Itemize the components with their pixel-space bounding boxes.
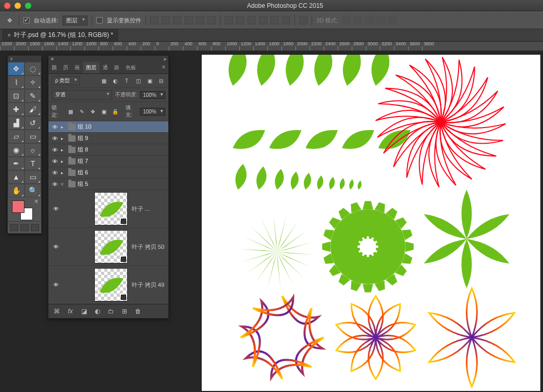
layer-fx-icon[interactable]: fx <box>66 308 75 315</box>
dist-3-icon[interactable] <box>248 16 256 24</box>
lock-paint-icon[interactable]: ✎ <box>78 107 86 116</box>
align-top-icon[interactable] <box>150 16 158 24</box>
gradient-tool[interactable]: ▭ <box>24 130 41 143</box>
lock-all-icon[interactable]: 🔒 <box>112 107 120 116</box>
shape-tool[interactable]: ▭ <box>24 170 41 184</box>
panel-tab[interactable]: 路 <box>111 62 122 73</box>
auto-align-icon[interactable] <box>299 16 307 24</box>
dist-4-icon[interactable] <box>259 16 267 24</box>
blend-mode-dropdown[interactable]: 穿透 <box>52 90 112 99</box>
add-mask-icon[interactable]: ◪ <box>80 308 88 315</box>
foreground-color-swatch[interactable] <box>12 200 24 213</box>
tools-close-icon[interactable]: × <box>10 56 13 62</box>
panel-menu-icon[interactable]: ≡ <box>159 62 168 73</box>
stamp-tool[interactable]: ▟ <box>8 116 24 130</box>
panel-close-icon[interactable]: × <box>51 56 54 62</box>
panel-collapse-icon[interactable]: » <box>163 56 166 62</box>
zoom-tool[interactable]: 🔍 <box>24 184 41 197</box>
filter-type-icon[interactable]: T <box>122 77 131 85</box>
layer-item[interactable]: 👁叶子 拷贝 49 <box>48 266 168 304</box>
new-adjustment-icon[interactable]: ◐ <box>93 308 102 315</box>
dist-5-icon[interactable] <box>270 16 279 24</box>
quick-mask-icon[interactable] <box>20 224 29 231</box>
layer-group[interactable]: 👁▿组 5 <box>48 179 168 190</box>
align-vcenter-icon[interactable] <box>162 16 170 24</box>
zoom-window-button[interactable] <box>25 3 31 9</box>
crop-tool[interactable]: ⊡ <box>8 89 24 103</box>
disclosure-icon[interactable]: ▸ <box>61 136 66 141</box>
layer-group[interactable]: 👁▸组 9 <box>48 133 168 144</box>
visibility-icon[interactable]: 👁 <box>51 146 59 154</box>
close-window-button[interactable] <box>4 3 10 9</box>
panel-tab[interactable]: 色板 <box>122 62 139 73</box>
document-tab[interactable]: × 叶子.psd @ 16.7% (组 10, RGB/8) * <box>2 29 118 41</box>
type-tool[interactable]: T <box>24 157 41 170</box>
lasso-tool[interactable]: ⌇ <box>8 75 24 89</box>
disclosure-icon[interactable]: ▸ <box>61 124 66 130</box>
disclosure-icon[interactable]: ▸ <box>61 170 66 175</box>
panel-tab[interactable]: 历 <box>60 62 71 73</box>
lock-position-icon[interactable]: ✥ <box>89 107 97 116</box>
delete-layer-icon[interactable]: 🗑 <box>134 308 142 315</box>
move-tool[interactable]: ✥ <box>8 62 24 75</box>
visibility-icon[interactable]: 👁 <box>51 169 59 176</box>
align-bottom-icon[interactable] <box>173 16 181 24</box>
layer-thumbnail[interactable] <box>94 192 128 225</box>
auto-select-checkbox[interactable] <box>23 17 30 23</box>
visibility-icon[interactable]: 👁 <box>51 123 59 131</box>
minimize-window-button[interactable] <box>15 3 21 9</box>
visibility-icon[interactable]: 👁 <box>51 158 59 165</box>
layer-item[interactable]: 👁叶子 拷贝 50 <box>48 228 168 266</box>
layer-group[interactable]: 👁▸组 10 <box>48 121 168 133</box>
filter-smart-icon[interactable]: ▣ <box>145 77 154 85</box>
link-layers-icon[interactable]: ⌘ <box>53 308 61 315</box>
blur-tool[interactable]: ◉ <box>8 143 24 157</box>
filter-kind-dropdown[interactable]: ρ 类型 <box>52 76 80 85</box>
filter-toggle-icon[interactable]: ⊟ <box>157 77 165 85</box>
layer-thumbnail[interactable] <box>94 230 128 263</box>
history-brush-tool[interactable]: ↺ <box>24 116 41 130</box>
layer-group[interactable]: 👁▸组 6 <box>48 167 168 179</box>
path-select-tool[interactable]: ▲ <box>8 170 24 184</box>
filter-image-icon[interactable]: ▦ <box>100 77 108 85</box>
layer-thumbnail[interactable] <box>94 268 128 301</box>
fill-value[interactable]: 100% <box>140 108 165 116</box>
visibility-icon[interactable]: 👁 <box>52 281 60 288</box>
disclosure-icon[interactable]: ▸ <box>61 159 66 164</box>
disclosure-icon[interactable]: ▸ <box>61 147 66 153</box>
auto-select-target-dropdown[interactable]: 图层 <box>63 16 88 26</box>
layer-group[interactable]: 👁▸组 8 <box>48 144 168 156</box>
lock-transparency-icon[interactable]: ▦ <box>66 107 75 116</box>
marquee-tool[interactable]: ◌ <box>24 62 41 75</box>
lock-artboard-icon[interactable]: ▣ <box>100 107 108 116</box>
layer-item[interactable]: 👁叶子 ... <box>48 190 168 228</box>
visibility-icon[interactable]: 👁 <box>52 205 60 212</box>
eyedropper-tool[interactable]: ✎ <box>24 89 41 103</box>
align-left-icon[interactable] <box>184 16 193 24</box>
swap-colors-icon[interactable]: ⤭ <box>34 198 38 204</box>
magic-wand-tool[interactable]: ✧ <box>24 75 41 89</box>
pen-tool[interactable]: ✒ <box>8 157 24 170</box>
dodge-tool[interactable]: ☼ <box>24 143 41 157</box>
dist-1-icon[interactable] <box>225 16 233 24</box>
show-transform-checkbox[interactable] <box>96 17 103 23</box>
align-right-icon[interactable] <box>207 16 216 24</box>
panel-tab[interactable]: 画 <box>71 62 83 73</box>
disclosure-icon[interactable]: ▿ <box>61 182 66 187</box>
new-group-icon[interactable]: 🗀 <box>107 308 115 315</box>
layer-group[interactable]: 👁▸组 7 <box>48 156 168 167</box>
eraser-tool[interactable]: ▱ <box>8 130 24 143</box>
filter-adjust-icon[interactable]: ◐ <box>111 77 119 85</box>
opacity-value[interactable]: 100% <box>140 91 165 99</box>
visibility-icon[interactable]: 👁 <box>52 243 60 250</box>
tools-panel[interactable]: × ✥◌⌇✧⊡✎✚🖌▟↺▱▭◉☼✒T▲▭✋🔍 ⤭ <box>7 55 42 234</box>
brush-tool[interactable]: 🖌 <box>24 103 41 116</box>
panel-tab[interactable]: 通 <box>100 62 111 73</box>
visibility-icon[interactable]: 👁 <box>51 135 59 142</box>
hand-tool[interactable]: ✋ <box>8 184 24 197</box>
align-hcenter-icon[interactable] <box>196 16 204 24</box>
layers-panel[interactable]: ×» 颜历画图层通路色板≡ ρ 类型 ▦ ◐ T ◫ ▣ ⊟ 穿透 不透明度: … <box>48 55 169 319</box>
panel-tab[interactable]: 图层 <box>83 62 100 73</box>
dist-6-icon[interactable] <box>282 16 290 24</box>
close-tab-icon[interactable]: × <box>7 32 11 39</box>
